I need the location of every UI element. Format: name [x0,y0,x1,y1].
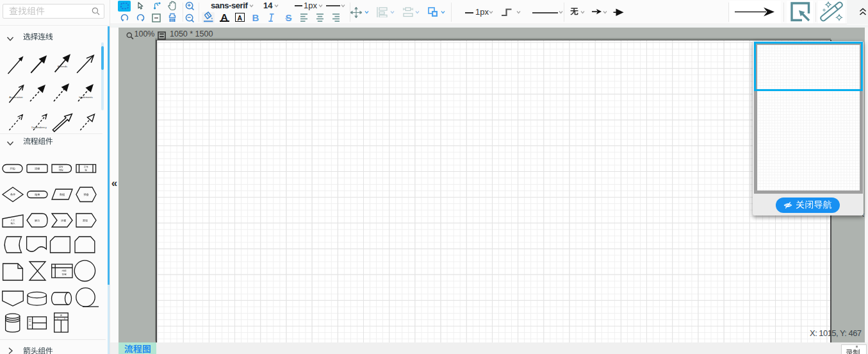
svg-text:Implements: Implements [79,96,93,99]
svg-text:Association: Association [9,96,23,99]
svg-text:Dependency: Dependency [31,126,47,129]
svg-text:Extends: Extends [58,65,67,68]
